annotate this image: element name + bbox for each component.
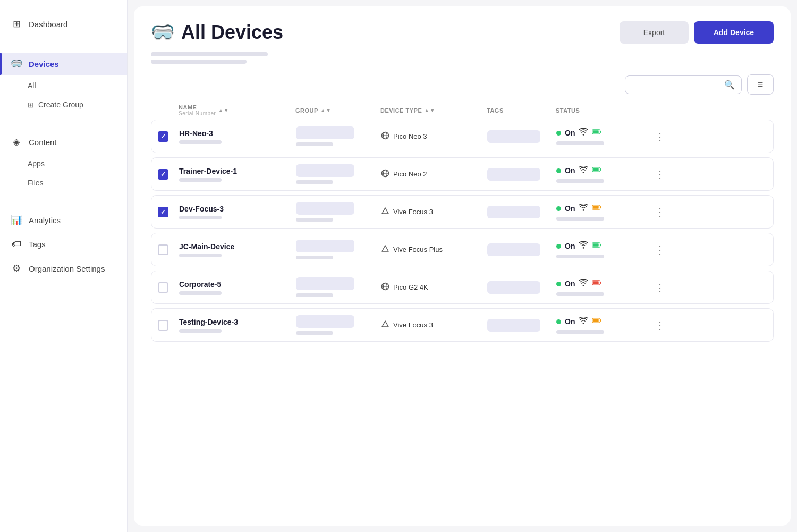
sidebar-divider-3 xyxy=(0,200,127,200)
table-header: NAME Serial Number ▲▼ GROUP ▲▼ DEVICE TY… xyxy=(151,101,774,120)
status-dot xyxy=(556,244,561,249)
table-row[interactable]: HR-Neo-3 Pico Neo 3 On xyxy=(151,120,774,153)
sidebar-item-apps[interactable]: Apps xyxy=(0,155,127,172)
status-row: On xyxy=(556,316,652,327)
status-dot xyxy=(556,168,561,173)
row-checkbox[interactable] xyxy=(158,131,168,142)
status-row: On xyxy=(556,278,652,289)
controls-bar: 🔍 ≡ xyxy=(151,74,774,95)
device-tags-col xyxy=(487,319,556,332)
device-type-col: Pico Neo 2 xyxy=(381,169,487,180)
dashboard-icon: ⊞ xyxy=(11,18,22,30)
status-row: On xyxy=(556,203,652,214)
col-header-device-type[interactable]: DEVICE TYPE ▲▼ xyxy=(380,107,487,114)
svg-rect-13 xyxy=(593,243,599,247)
more-options-button[interactable]: ⋮ xyxy=(652,317,668,334)
device-status-col: On xyxy=(556,316,652,334)
wifi-icon xyxy=(579,128,588,138)
svg-rect-20 xyxy=(593,319,599,322)
sidebar-item-analytics[interactable]: 📊 Analytics xyxy=(0,209,127,231)
battery-icon xyxy=(592,165,601,176)
row-checkbox[interactable] xyxy=(158,244,168,255)
status-dot xyxy=(556,282,561,286)
device-name-col: Testing-Device-3 xyxy=(179,318,296,333)
sidebar-item-content[interactable]: ◈ Content xyxy=(0,131,127,153)
add-device-button[interactable]: Add Device xyxy=(694,21,774,44)
device-name-col: HR-Neo-3 xyxy=(179,129,296,144)
sidebar-item-dashboard[interactable]: ⊞ Dashboard xyxy=(0,13,127,35)
sidebar-files-label: Files xyxy=(28,179,44,187)
col-header-group[interactable]: GROUP ▲▼ xyxy=(295,107,380,114)
search-icon: 🔍 xyxy=(724,80,735,90)
sort-name-icon[interactable]: ▲▼ xyxy=(218,108,229,113)
table-row[interactable]: Testing-Device-3 Vive Focus 3 On xyxy=(151,308,774,342)
device-tags-col xyxy=(487,281,556,294)
row-checkbox[interactable] xyxy=(158,320,168,331)
wifi-icon xyxy=(579,241,588,251)
status-dot xyxy=(556,131,561,136)
wifi-icon xyxy=(579,204,588,213)
device-status-col: On xyxy=(556,128,652,145)
device-type-col: Vive Focus Plus xyxy=(381,244,487,255)
status-on-label: On xyxy=(565,280,575,288)
status-sub xyxy=(556,292,604,296)
battery-icon xyxy=(592,203,601,214)
row-checkbox[interactable] xyxy=(158,169,168,180)
device-name: HR-Neo-3 xyxy=(179,129,296,138)
status-row: On xyxy=(556,128,652,138)
row-checkbox[interactable] xyxy=(158,282,168,293)
more-options-button[interactable]: ⋮ xyxy=(652,128,668,145)
table-row[interactable]: JC-Main-Device Vive Focus Plus On xyxy=(151,233,774,266)
device-group-col xyxy=(296,277,381,297)
status-row: On xyxy=(556,241,652,251)
col-header-name[interactable]: NAME Serial Number ▲▼ xyxy=(179,104,295,116)
filter-icon: ≡ xyxy=(758,79,764,90)
group-sub xyxy=(296,180,333,184)
device-type-name: Vive Focus 3 xyxy=(393,321,433,329)
search-box[interactable]: 🔍 xyxy=(625,75,742,94)
sort-devicetype-icon[interactable]: ▲▼ xyxy=(424,108,435,113)
device-name-col: JC-Main-Device xyxy=(179,242,296,257)
device-status-col: On xyxy=(556,241,652,258)
group-pill xyxy=(296,315,354,328)
group-pill xyxy=(296,240,354,252)
device-type-name: Vive Focus 3 xyxy=(393,208,433,216)
more-options-button[interactable]: ⋮ xyxy=(652,279,668,296)
sidebar-item-org-settings[interactable]: ⚙ Organization Settings xyxy=(0,257,127,280)
sidebar-apps-label: Apps xyxy=(28,159,45,168)
device-serial xyxy=(179,216,222,219)
sidebar-item-all[interactable]: All xyxy=(0,77,127,94)
table-row[interactable]: Dev-Focus-3 Vive Focus 3 On xyxy=(151,195,774,229)
more-options-button[interactable]: ⋮ xyxy=(652,241,668,258)
sidebar-item-devices[interactable]: 🥽 Devices xyxy=(0,53,127,75)
svg-rect-9 xyxy=(593,168,599,171)
table-row[interactable]: Corporate-5 Pico G2 4K On xyxy=(151,271,774,304)
device-type-icon xyxy=(381,244,389,255)
device-status-col: On xyxy=(556,165,652,183)
group-sub xyxy=(296,142,333,146)
sidebar-item-tags[interactable]: 🏷 Tags xyxy=(0,233,127,255)
device-group-col xyxy=(296,315,381,335)
table-row[interactable]: Trainer-Device-1 Pico Neo 2 On xyxy=(151,157,774,191)
wifi-icon xyxy=(579,279,588,289)
sidebar-item-create-group[interactable]: ⊞ Create Group xyxy=(0,96,127,113)
filter-button[interactable]: ≡ xyxy=(747,74,774,95)
device-status-col: On xyxy=(556,278,652,296)
search-input[interactable] xyxy=(632,80,720,89)
device-type-icon xyxy=(381,207,389,217)
sidebar-dashboard-label: Dashboard xyxy=(29,20,67,29)
more-options-button[interactable]: ⋮ xyxy=(652,166,668,183)
battery-icon xyxy=(592,128,601,138)
row-checkbox[interactable] xyxy=(158,207,168,217)
device-type-icon xyxy=(381,320,389,331)
sort-group-icon[interactable]: ▲▼ xyxy=(320,108,332,113)
device-type-icon xyxy=(381,131,389,142)
sidebar-item-files[interactable]: Files xyxy=(0,174,127,191)
sidebar-analytics-label: Analytics xyxy=(29,216,61,225)
export-button[interactable]: Export xyxy=(620,21,689,44)
device-name: Trainer-Device-1 xyxy=(179,167,296,175)
analytics-icon: 📊 xyxy=(11,214,22,226)
more-options-button[interactable]: ⋮ xyxy=(652,204,668,221)
device-group-col xyxy=(296,126,381,146)
battery-icon xyxy=(592,241,601,251)
